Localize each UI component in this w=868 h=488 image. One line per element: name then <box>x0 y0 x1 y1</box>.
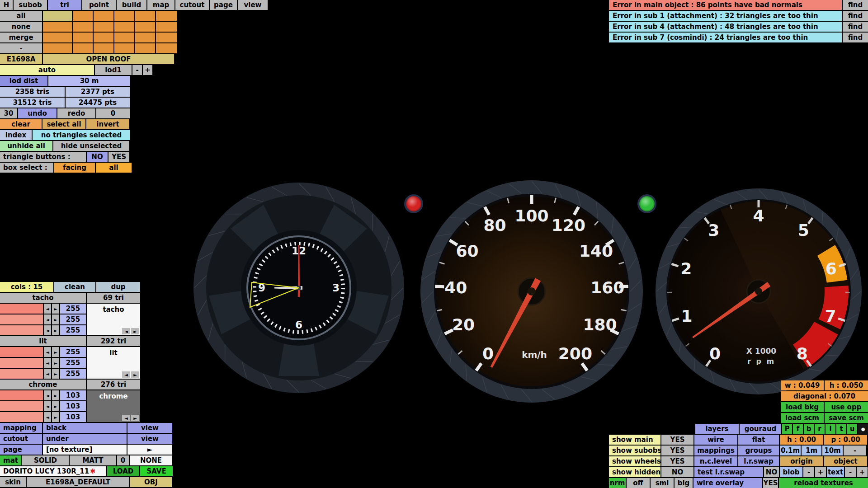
clean-button[interactable]: clean <box>54 282 95 292</box>
nrm-sml-button[interactable]: sml <box>651 478 674 488</box>
object-button[interactable]: object <box>824 456 867 466</box>
find-button[interactable]: find <box>843 33 868 42</box>
preview-prev-button[interactable]: ◄ <box>122 371 130 378</box>
lr-swap-button[interactable]: l.r.swap <box>738 456 779 466</box>
save-button[interactable]: SAVE <box>140 466 173 476</box>
subob-grid-cell[interactable] <box>156 22 177 32</box>
color-slider-bar[interactable] <box>0 390 43 400</box>
subob-grid-cell[interactable] <box>114 22 134 32</box>
color-slider-bar[interactable] <box>0 314 43 324</box>
text-minus-button[interactable]: - <box>845 467 856 477</box>
blob-button[interactable]: blob <box>780 467 802 477</box>
test-lr-swap-button[interactable]: test l.r.swap <box>694 467 763 477</box>
slider-increment-button[interactable]: ► <box>52 369 59 379</box>
preview-next-button[interactable]: ► <box>131 371 139 378</box>
subob-grid-cell[interactable] <box>135 22 155 32</box>
text-button[interactable]: text <box>827 467 844 477</box>
lod-minus-button[interactable]: - <box>132 65 142 75</box>
subob-grid-cell[interactable] <box>43 22 72 32</box>
invert-button[interactable]: invert <box>86 119 129 129</box>
grid-minus-button[interactable]: - <box>844 446 866 455</box>
view-b-button[interactable]: b <box>804 424 814 434</box>
subob-grid-cell[interactable] <box>94 33 113 42</box>
slider-increment-button[interactable]: ► <box>52 304 59 314</box>
box-select-all-button[interactable]: all <box>96 163 132 173</box>
material-name[interactable]: chrome <box>0 380 86 389</box>
blob-plus-button[interactable]: + <box>815 467 826 477</box>
find-button[interactable]: find <box>843 0 868 10</box>
subob-grid-cell[interactable] <box>73 33 93 42</box>
lod-dist-value[interactable]: 30 m <box>48 76 130 86</box>
blob-minus-button[interactable]: - <box>803 467 814 477</box>
material-name[interactable]: tacho <box>0 293 86 303</box>
select-all-button[interactable]: select all <box>42 119 85 129</box>
mapping-value[interactable]: black <box>43 423 127 433</box>
subob-grid-cell[interactable] <box>135 33 155 42</box>
color-slider-bar[interactable] <box>0 369 43 379</box>
mappings-button[interactable]: mappings <box>694 446 737 455</box>
load-button[interactable]: LOAD <box>107 466 139 476</box>
slider-increment-button[interactable]: ► <box>52 390 59 400</box>
preview-prev-button[interactable]: ◄ <box>122 328 130 334</box>
subob-grid-cell[interactable] <box>43 11 72 21</box>
view-r-button[interactable]: r <box>815 424 825 434</box>
show-wheels-toggle[interactable]: YES <box>661 456 693 466</box>
load-scm-button[interactable]: load scm <box>781 413 824 423</box>
subob-grid-cell[interactable] <box>43 43 72 53</box>
grid-01m-button[interactable]: 0.1m <box>780 446 801 455</box>
gouraud-button[interactable]: gouraud <box>740 424 781 434</box>
view-u-button[interactable]: u <box>847 424 857 434</box>
menu-page[interactable]: page <box>210 0 237 10</box>
slider-decrement-button[interactable]: ◄ <box>44 304 51 314</box>
cutout-value[interactable]: under <box>43 434 127 444</box>
subob-grid-cell[interactable] <box>156 11 177 21</box>
matt-button[interactable]: MATT <box>70 455 116 465</box>
menu-view[interactable]: view <box>238 0 268 10</box>
mapping-view-button[interactable]: view <box>127 423 172 433</box>
nrm-button[interactable]: nrm <box>609 478 626 488</box>
subob-grid-cell[interactable] <box>114 11 134 21</box>
subob-grid-cell[interactable] <box>94 22 113 32</box>
color-slider-bar[interactable] <box>0 412 43 422</box>
show-hidden-toggle[interactable]: NO <box>661 467 693 477</box>
subob-grid-cell[interactable] <box>135 11 155 21</box>
sub-id-button[interactable]: E1698A <box>0 54 42 64</box>
flat-button[interactable]: flat <box>738 435 779 445</box>
triangle-buttons-no-button[interactable]: NO <box>87 152 108 162</box>
nrm-big-button[interactable]: big <box>675 478 693 488</box>
slider-increment-button[interactable]: ► <box>52 325 59 335</box>
slider-increment-button[interactable]: ► <box>52 412 59 422</box>
cols-count-button[interactable]: cols : 15 <box>0 282 53 292</box>
obj-button[interactable]: OBJ <box>130 477 172 487</box>
preview-next-button[interactable]: ► <box>131 415 139 421</box>
box-select-facing-button[interactable]: facing <box>54 163 95 173</box>
menu-point[interactable]: point <box>82 0 116 10</box>
texture-preview[interactable]: tacho◄► <box>87 304 140 335</box>
menu-subob[interactable]: subob <box>14 0 47 10</box>
wire-button[interactable]: wire <box>694 435 737 445</box>
layers-button[interactable]: layers <box>695 424 739 434</box>
merge-button[interactable]: merge <box>0 33 42 42</box>
index-button[interactable]: index <box>0 130 32 140</box>
slider-decrement-button[interactable]: ◄ <box>44 412 51 422</box>
groups-button[interactable]: groups <box>738 446 779 455</box>
nc-level-button[interactable]: n.c.level <box>694 456 737 466</box>
color-slider-bar[interactable] <box>0 347 43 357</box>
dup-button[interactable]: dup <box>96 282 140 292</box>
menu-h[interactable]: H <box>0 0 13 10</box>
menu-cutout[interactable]: cutout <box>175 0 209 10</box>
subob-grid-cell[interactable] <box>94 43 113 53</box>
triangle-buttons-yes-button[interactable]: YES <box>108 152 129 162</box>
wire-overlay-toggle[interactable]: YES <box>763 478 778 488</box>
mat-num[interactable]: 0 <box>117 455 129 465</box>
use-opp-button[interactable]: use opp <box>825 402 868 412</box>
unhide-all-button[interactable]: unhide all <box>0 141 52 151</box>
clear-button[interactable]: clear <box>0 119 42 129</box>
slider-decrement-button[interactable]: ◄ <box>44 401 51 411</box>
subob-grid-cell[interactable] <box>43 33 72 42</box>
select-none-button[interactable]: none <box>0 22 42 32</box>
slider-decrement-button[interactable]: ◄ <box>44 358 51 368</box>
texture-preview[interactable]: chrome◄► <box>87 390 140 422</box>
show-main-toggle[interactable]: YES <box>661 435 693 445</box>
wire-overlay-button[interactable]: wire overlay <box>693 478 762 488</box>
